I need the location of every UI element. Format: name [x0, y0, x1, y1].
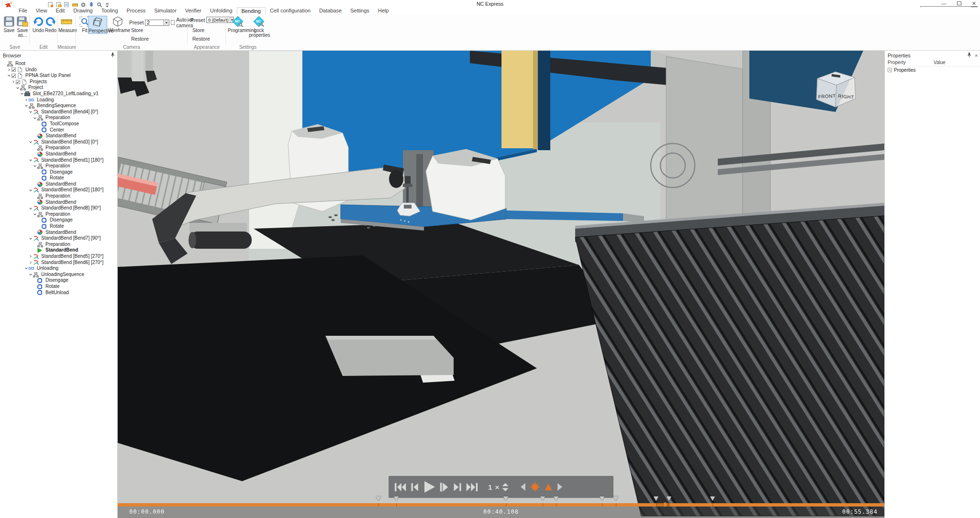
chevron-down-icon[interactable]: [29, 237, 32, 240]
tree-item-slot-ebe2720-leftloading-v1[interactable]: Slot_EBe2720_LeftLoading_v1: [0, 91, 117, 97]
programming-button[interactable]: NC Programming: [228, 16, 248, 33]
camera-preset-combo[interactable]: 2 ▼: [145, 20, 169, 26]
menu-tab-drawing[interactable]: Drawing: [69, 7, 97, 14]
chevron-down-icon[interactable]: [29, 158, 32, 161]
speed-spinner[interactable]: [501, 483, 509, 492]
chevron-down-icon[interactable]: [33, 165, 36, 167]
collision-icon[interactable]: [530, 482, 540, 492]
measure-button[interactable]: Measure: [58, 16, 75, 33]
wireframe-button[interactable]: Wireframe: [108, 16, 127, 33]
chevron-down-icon[interactable]: [25, 267, 28, 270]
tree-item-root[interactable]: Root: [0, 61, 117, 67]
chevron-down-icon[interactable]: [29, 110, 32, 113]
tree-item-project[interactable]: Project: [0, 85, 117, 91]
tree-item-preparation[interactable]: Preparation: [0, 193, 117, 199]
tree-item-preparation[interactable]: Preparation: [0, 145, 117, 151]
camera-store-button[interactable]: Store: [131, 27, 143, 33]
checkbox[interactable]: [16, 80, 20, 84]
chevron-down-icon[interactable]: [16, 86, 19, 89]
pin-icon[interactable]: [967, 53, 971, 58]
menu-tab-help[interactable]: Help: [374, 7, 393, 14]
menu-tab-tooling[interactable]: Tooling: [97, 7, 122, 14]
tree-item-projects[interactable]: Projects: [0, 79, 117, 85]
chevron-down-icon[interactable]: [29, 273, 32, 276]
tree-item-undo[interactable]: Undo: [0, 67, 117, 73]
camera-restore-button[interactable]: Restore: [131, 36, 149, 42]
tree-item-bendingsequence[interactable]: BendingSequence: [0, 103, 117, 109]
chevron-down-icon[interactable]: [21, 92, 23, 95]
tree-item-rotate[interactable]: Rotate: [0, 175, 117, 181]
chevron-right-icon[interactable]: [29, 261, 32, 264]
timeline-bar[interactable]: [118, 503, 884, 507]
tree-item-standardbend-bend3-0-[interactable]: StandardBend [Bend3] [0°]: [0, 139, 117, 145]
tree-item-rotate[interactable]: Rotate: [0, 284, 117, 290]
chevron-down-icon[interactable]: [29, 188, 32, 191]
tree-item-disengage[interactable]: Disengage: [0, 217, 117, 223]
chevron-down-icon[interactable]: [33, 212, 36, 215]
tree-item-toolcompose[interactable]: ToolCompose: [0, 121, 117, 127]
jump-to-end-button[interactable]: [466, 483, 478, 492]
chevron-down-icon[interactable]: [8, 74, 11, 77]
menu-tab-database[interactable]: Database: [315, 7, 346, 14]
next-operation-button[interactable]: [453, 483, 462, 492]
pin-icon[interactable]: [111, 53, 115, 58]
tree-item-beltunload[interactable]: BeltUnload: [0, 290, 117, 296]
chevron-right-icon[interactable]: [24, 99, 27, 101]
tree-item-standardbend[interactable]: StandardBend: [0, 133, 117, 139]
appearance-store-button[interactable]: Store: [192, 27, 204, 33]
tree-item-loading[interactable]: Loading: [0, 97, 117, 103]
step-forward-button[interactable]: [439, 482, 449, 492]
checkbox[interactable]: [11, 67, 16, 72]
tree-item-disengage[interactable]: Disengage: [0, 169, 117, 176]
chevron-down-icon[interactable]: [25, 104, 28, 107]
menu-tab-settings[interactable]: Settings: [346, 7, 374, 14]
maximize-button[interactable]: [957, 0, 961, 6]
bend-event-icon[interactable]: [544, 483, 553, 491]
tree-item-standardbend[interactable]: StandardBend: [0, 230, 117, 236]
tree-item-standardbend-bend5-270-[interactable]: StandardBend [Bend5] [270°]: [0, 253, 117, 260]
close-button[interactable]: ✕: [972, 0, 976, 6]
next-event-button[interactable]: [557, 483, 564, 491]
properties-row[interactable]: + Properties: [885, 66, 980, 73]
menu-tab-view[interactable]: View: [32, 7, 52, 14]
menu-tab-edit[interactable]: Edit: [51, 7, 69, 14]
chevron-down-icon[interactable]: ▼: [163, 20, 169, 25]
expand-plus-icon[interactable]: +: [888, 68, 892, 72]
tree-item-disengage[interactable]: Disengage: [0, 277, 117, 284]
tree-item-standardbend[interactable]: StandardBend: [0, 199, 117, 206]
tree-item-preparation[interactable]: Preparation: [0, 115, 117, 121]
checkbox[interactable]: [11, 74, 16, 78]
tree-item-standardbend-bend2-180-[interactable]: StandardBend [Bend2] [180°]: [0, 187, 117, 193]
tree-item-preparation[interactable]: Preparation: [0, 242, 117, 248]
chevron-right-icon[interactable]: [7, 68, 10, 71]
jump-to-start-button[interactable]: [394, 483, 407, 492]
previous-event-button[interactable]: [519, 483, 526, 491]
tree-item-unloading[interactable]: Unloading: [0, 265, 117, 272]
save-as-button[interactable]: Save as...: [14, 16, 31, 38]
menu-tab-file[interactable]: File: [14, 7, 32, 14]
tree-item-standardbend-bend1-180-[interactable]: StandardBend [Bend1] [180°]: [0, 157, 117, 164]
tree-item-preparation[interactable]: Preparation: [0, 211, 117, 218]
menu-tab-bending[interactable]: Bending: [237, 7, 266, 14]
tree-item-standardbend[interactable]: StandardBend: [0, 247, 117, 253]
redo-button[interactable]: Redo: [43, 16, 59, 33]
chevron-right-icon[interactable]: [29, 255, 32, 258]
minimize-button[interactable]: —: [941, 0, 947, 6]
tree-item-standardbend-bend4-0-[interactable]: StandardBend [Bend4] [0°]: [0, 109, 117, 115]
tree-item-standardbend-bend6-270-[interactable]: StandardBend [Bend6] [270°]: [0, 260, 117, 266]
tree-item-preparation[interactable]: Preparation: [0, 163, 117, 169]
tree-item-standardbend-bend8-90-[interactable]: StandardBend [Bend8] [90°]: [0, 205, 117, 211]
viewport-3d[interactable]: FRONT RIGHT 1 × 00:00.000 00:40.108 00:5…: [118, 51, 884, 518]
tree-item-standardbend[interactable]: StandardBend: [0, 151, 117, 157]
appearance-restore-button[interactable]: Restore: [192, 36, 210, 42]
chevron-down-icon[interactable]: [33, 116, 36, 119]
chevron-right-icon[interactable]: [11, 80, 14, 83]
close-icon[interactable]: ×: [975, 53, 978, 58]
menu-tab-process[interactable]: Process: [122, 7, 150, 14]
autoset-camera-checkbox[interactable]: [171, 20, 175, 25]
tree-item-unloadingsequence[interactable]: UnloadingSequence: [0, 272, 117, 278]
tree-item-center[interactable]: Center: [0, 127, 117, 133]
tree-item-ppna-start-up-panel[interactable]: PPNA Start Up Panel: [0, 73, 117, 79]
chevron-down-icon[interactable]: [29, 207, 32, 209]
perspective-button[interactable]: Perspective: [88, 16, 107, 34]
